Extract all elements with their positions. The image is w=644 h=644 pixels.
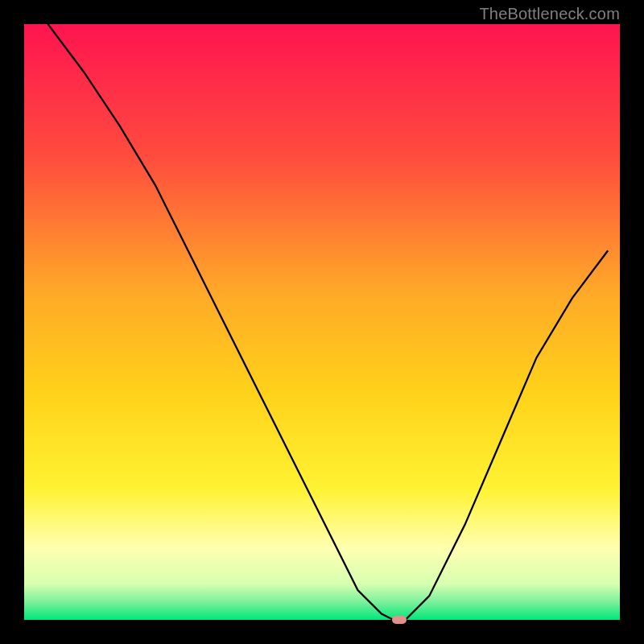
plot-area <box>24 24 620 620</box>
watermark-text: TheBottleneck.com <box>479 5 620 23</box>
chart-svg <box>24 24 620 620</box>
gradient-background <box>24 24 620 620</box>
chart-frame: TheBottleneck.com <box>0 0 644 644</box>
